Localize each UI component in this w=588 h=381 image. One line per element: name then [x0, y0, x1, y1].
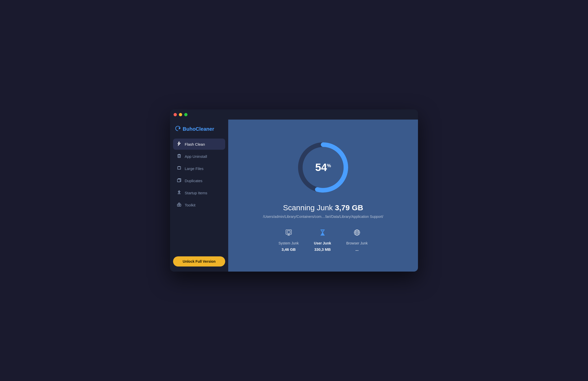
system-junk-icon [285, 229, 292, 238]
large-files-icon [177, 166, 182, 171]
svg-point-6 [179, 205, 180, 206]
progress-value: 54% [315, 161, 331, 173]
app-logo-text: BuhoCleaner [183, 126, 214, 132]
sidebar-item-toolkit[interactable]: Toolkit [173, 199, 225, 211]
browser-junk-icon [353, 229, 361, 238]
sidebar-item-duplicates[interactable]: Duplicates [173, 175, 225, 186]
maximize-button[interactable] [184, 113, 187, 116]
close-button[interactable] [174, 113, 177, 116]
user-junk-icon [319, 229, 326, 238]
main-content: 54% Scanning Junk 3,79 GB /Users/admin/L… [228, 120, 418, 272]
app-window: BuhoCleaner Flash Clean [170, 109, 418, 272]
sidebar-item-flash-clean[interactable]: Flash Clean [173, 139, 225, 150]
titlebar [170, 109, 418, 120]
user-junk-value: 330,3 MB [314, 247, 331, 252]
scanning-path: /Users/admin/Library/Containers/com....f… [263, 215, 383, 219]
flash-clean-icon [177, 141, 182, 147]
duplicates-icon [177, 178, 182, 183]
minimize-button[interactable] [179, 113, 182, 116]
startup-items-icon [177, 190, 182, 196]
duplicates-label: Duplicates [185, 179, 202, 183]
toolkit-icon [177, 202, 182, 208]
sidebar-item-startup-items[interactable]: Startup Items [173, 187, 225, 198]
progress-symbol: % [327, 163, 331, 168]
logo-area: BuhoCleaner [173, 125, 225, 139]
app-body: BuhoCleaner Flash Clean [170, 120, 418, 272]
sidebar: BuhoCleaner Flash Clean [170, 120, 228, 272]
app-uninstall-icon [177, 154, 182, 159]
progress-center-text: 54% [315, 162, 331, 173]
system-junk-stat: System Junk 3,46 GB [279, 229, 299, 252]
system-junk-label: System Junk [279, 241, 299, 245]
svg-rect-8 [286, 230, 291, 234]
browser-junk-stat: Browser Junk ... [346, 229, 368, 252]
toolkit-label: Toolkit [185, 203, 196, 207]
svg-rect-0 [178, 155, 180, 158]
user-junk-label: User Junk [314, 241, 331, 245]
svg-rect-5 [177, 204, 181, 206]
scanning-size: 3,79 GB [335, 203, 363, 212]
junk-stats: System Junk 3,46 GB [279, 229, 368, 252]
browser-junk-label: Browser Junk [346, 241, 368, 245]
startup-items-label: Startup Items [185, 191, 207, 195]
nav-list: Flash Clean App Uninstall [173, 139, 225, 252]
scanning-title-prefix: Scanning Junk [283, 203, 335, 212]
sidebar-item-large-files[interactable]: Large Files [173, 163, 225, 174]
svg-rect-9 [287, 231, 290, 233]
unlock-full-version-button[interactable]: Unlock Full Version [173, 256, 225, 266]
sidebar-item-app-uninstall[interactable]: App Uninstall [173, 151, 225, 162]
large-files-label: Large Files [185, 166, 203, 171]
logo-icon [175, 126, 181, 132]
progress-number: 54 [315, 161, 327, 173]
browser-junk-value: ... [355, 247, 359, 252]
flash-clean-label: Flash Clean [185, 142, 205, 146]
user-junk-stat: User Junk 330,3 MB [314, 229, 331, 252]
svg-rect-3 [177, 179, 180, 182]
system-junk-value: 3,46 GB [282, 247, 296, 252]
scanning-title: Scanning Junk 3,79 GB [283, 203, 363, 212]
progress-ring-container: 54% [295, 140, 351, 195]
app-uninstall-label: App Uninstall [185, 154, 207, 159]
